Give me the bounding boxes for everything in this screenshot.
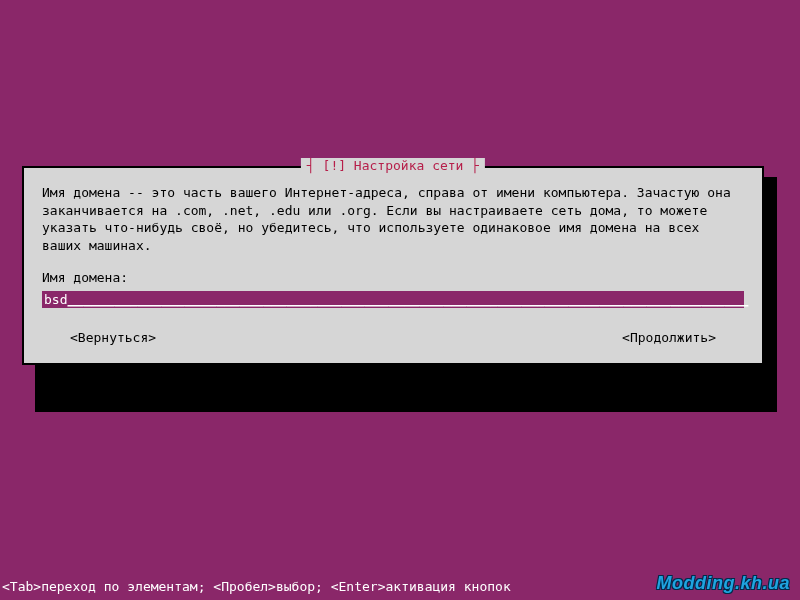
network-config-dialog: ┤ [!] Настройка сети ├ Имя домена -- это… (22, 166, 764, 365)
continue-button[interactable]: <Продолжить> (622, 330, 716, 345)
watermark: Modding.kh.ua (657, 573, 790, 594)
input-underline: ________________________________________… (67, 292, 748, 307)
domain-name-input[interactable]: bsd_____________________________________… (42, 291, 744, 308)
input-value: bsd (44, 292, 67, 307)
back-button[interactable]: <Вернуться> (70, 330, 156, 345)
dialog-description: Имя домена -- это часть вашего Интернет-… (42, 184, 744, 254)
help-bar: <Tab>переход по элементам; <Пробел>выбор… (2, 579, 511, 594)
dialog-title: ┤ [!] Настройка сети ├ (301, 158, 485, 173)
domain-name-label: Имя домена: (42, 270, 744, 285)
dialog-buttons: <Вернуться> <Продолжить> (42, 330, 744, 345)
